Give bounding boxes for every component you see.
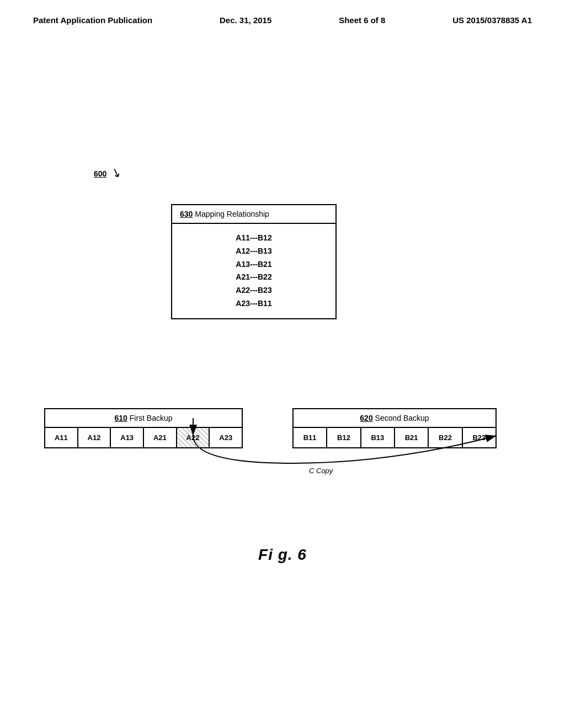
second-backup-title: Second Backup xyxy=(375,414,429,422)
mapping-content: A11---B12 A12---B13 A13---B21 A21---B22 … xyxy=(172,224,335,318)
sb-cell-b13: B13 xyxy=(361,428,395,447)
mapping-row-4: A21---B22 xyxy=(172,271,335,284)
patent-number: US 2015/0378835 A1 xyxy=(452,15,532,25)
sb-cell-b23: B23 xyxy=(463,428,495,447)
sb-cell-b21: B21 xyxy=(395,428,429,447)
sheet-info: Sheet 6 of 8 xyxy=(339,15,385,25)
main-content: 600 ↙ 630 Mapping Relationship A11---B12… xyxy=(0,44,565,728)
figure-label-text: Fi g. 6 xyxy=(258,546,307,563)
fb-cell-a12: A12 xyxy=(78,428,111,447)
first-backup-number: 610 xyxy=(114,414,127,422)
ref-600-label: 600 xyxy=(94,169,106,178)
mapping-row-2: A12---B13 xyxy=(172,245,335,258)
first-backup-title: First Backup xyxy=(130,414,173,422)
sb-cell-b11: B11 xyxy=(294,428,327,447)
mapping-header: 630 Mapping Relationship xyxy=(172,205,335,224)
mapping-number: 630 xyxy=(180,210,193,218)
mapping-row-3: A13---B21 xyxy=(172,258,335,271)
fb-cell-a13: A13 xyxy=(111,428,144,447)
mapping-title: Mapping Relationship xyxy=(195,210,269,218)
second-backup-box: 620 Second Backup B11 B12 B13 B21 B22 B2… xyxy=(292,408,497,448)
ref-600: 600 ↙ xyxy=(94,165,121,180)
mapping-row-6: A23---B11 xyxy=(172,297,335,311)
second-backup-cells: B11 B12 B13 B21 B22 B23 xyxy=(294,428,495,447)
first-backup-box: 610 First Backup A11 A12 A13 A21 A22 A23 xyxy=(44,408,243,448)
second-backup-number: 620 xyxy=(360,414,372,422)
sb-cell-b22: B22 xyxy=(429,428,462,447)
fb-cell-a22: A22 xyxy=(177,428,210,447)
figure-label: Fi g. 6 xyxy=(0,546,565,564)
page-header: Patent Application Publication Dec. 31, … xyxy=(0,0,565,25)
mapping-row-5: A22---B23 xyxy=(172,284,335,297)
publication-date: Dec. 31, 2015 xyxy=(220,15,271,25)
fb-cell-a21: A21 xyxy=(144,428,177,447)
first-backup-cells: A11 A12 A13 A21 A22 A23 xyxy=(45,428,242,447)
mapping-row-1: A11---B12 xyxy=(172,232,335,245)
second-backup-header: 620 Second Backup xyxy=(294,409,495,428)
fb-cell-a23: A23 xyxy=(210,428,242,447)
fb-cell-a11: A11 xyxy=(45,428,78,447)
svg-text:C Copy: C Copy xyxy=(309,467,334,475)
mapping-box: 630 Mapping Relationship A11---B12 A12--… xyxy=(171,204,337,319)
sb-cell-b12: B12 xyxy=(327,428,361,447)
publication-type: Patent Application Publication xyxy=(33,15,152,25)
first-backup-header: 610 First Backup xyxy=(45,409,242,428)
